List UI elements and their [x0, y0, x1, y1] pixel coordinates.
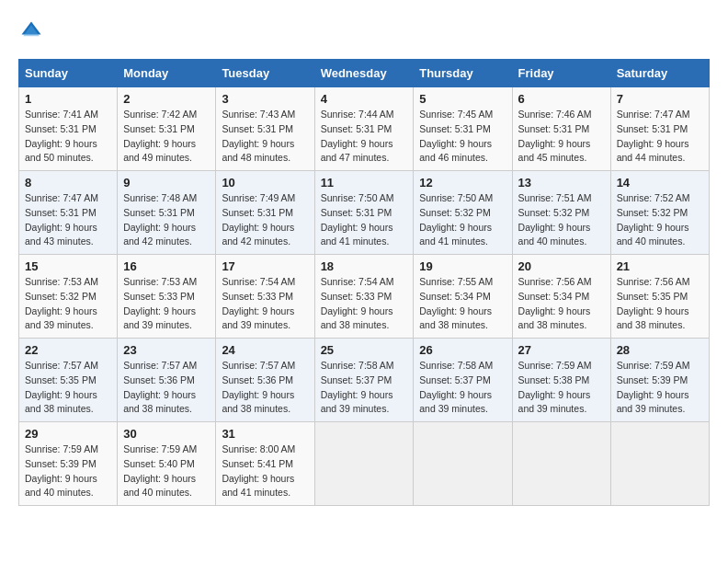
- day-number: 14: [617, 176, 703, 190]
- day-detail: Sunrise: 7:59 AMSunset: 5:38 PMDaylight:…: [518, 359, 605, 417]
- day-number: 23: [123, 343, 210, 357]
- calendar-cell: 30Sunrise: 7:59 AMSunset: 5:40 PMDayligh…: [118, 422, 216, 506]
- week-row-1: 1Sunrise: 7:41 AMSunset: 5:31 PMDaylight…: [19, 87, 710, 171]
- calendar-cell: 6Sunrise: 7:46 AMSunset: 5:31 PMDaylight…: [512, 87, 610, 171]
- day-detail: Sunrise: 7:48 AMSunset: 5:31 PMDaylight:…: [123, 191, 210, 249]
- day-detail: Sunrise: 7:46 AMSunset: 5:31 PMDaylight:…: [518, 108, 605, 166]
- logo-icon: [18, 18, 44, 44]
- day-detail: Sunrise: 7:54 AMSunset: 5:33 PMDaylight:…: [222, 275, 308, 333]
- weekday-header-wednesday: Wednesday: [314, 60, 414, 87]
- calendar-cell: 5Sunrise: 7:45 AMSunset: 5:31 PMDaylight…: [414, 87, 512, 171]
- calendar-cell: 19Sunrise: 7:55 AMSunset: 5:34 PMDayligh…: [414, 255, 512, 339]
- day-detail: Sunrise: 7:53 AMSunset: 5:32 PMDaylight:…: [25, 275, 111, 333]
- day-detail: Sunrise: 7:55 AMSunset: 5:34 PMDaylight:…: [419, 275, 506, 333]
- day-number: 31: [222, 427, 308, 441]
- day-number: 2: [123, 92, 210, 106]
- day-detail: Sunrise: 7:47 AMSunset: 5:31 PMDaylight:…: [617, 108, 703, 166]
- day-number: 1: [25, 92, 111, 106]
- day-detail: Sunrise: 7:58 AMSunset: 5:37 PMDaylight:…: [419, 359, 506, 417]
- day-number: 22: [25, 343, 111, 357]
- calendar-cell: 23Sunrise: 7:57 AMSunset: 5:36 PMDayligh…: [118, 339, 216, 422]
- day-number: 9: [123, 176, 210, 190]
- day-detail: Sunrise: 7:57 AMSunset: 5:35 PMDaylight:…: [25, 359, 111, 417]
- day-number: 28: [617, 343, 703, 357]
- calendar-cell: 7Sunrise: 7:47 AMSunset: 5:31 PMDaylight…: [610, 87, 709, 171]
- day-detail: Sunrise: 7:45 AMSunset: 5:31 PMDaylight:…: [419, 108, 506, 166]
- day-detail: Sunrise: 7:59 AMSunset: 5:39 PMDaylight:…: [25, 442, 111, 500]
- calendar-cell: 9Sunrise: 7:48 AMSunset: 5:31 PMDaylight…: [118, 171, 216, 255]
- weekday-header-sunday: Sunday: [19, 60, 118, 87]
- calendar-cell: 21Sunrise: 7:56 AMSunset: 5:35 PMDayligh…: [610, 255, 709, 339]
- calendar-cell: [414, 422, 512, 506]
- day-detail: Sunrise: 8:00 AMSunset: 5:41 PMDaylight:…: [222, 442, 308, 500]
- day-number: 17: [222, 259, 308, 273]
- week-row-4: 22Sunrise: 7:57 AMSunset: 5:35 PMDayligh…: [19, 339, 710, 422]
- calendar-cell: 15Sunrise: 7:53 AMSunset: 5:32 PMDayligh…: [19, 255, 118, 339]
- calendar-cell: 11Sunrise: 7:50 AMSunset: 5:31 PMDayligh…: [314, 171, 414, 255]
- weekday-header-row: SundayMondayTuesdayWednesdayThursdayFrid…: [19, 60, 710, 87]
- calendar-cell: 2Sunrise: 7:42 AMSunset: 5:31 PMDaylight…: [118, 87, 216, 171]
- logo: [18, 18, 48, 44]
- day-detail: Sunrise: 7:59 AMSunset: 5:40 PMDaylight:…: [123, 442, 210, 500]
- calendar-cell: 27Sunrise: 7:59 AMSunset: 5:38 PMDayligh…: [512, 339, 610, 422]
- weekday-header-tuesday: Tuesday: [216, 60, 314, 87]
- day-detail: Sunrise: 7:54 AMSunset: 5:33 PMDaylight:…: [321, 275, 408, 333]
- calendar-cell: [512, 422, 610, 506]
- page-header: [18, 18, 710, 44]
- calendar-cell: 4Sunrise: 7:44 AMSunset: 5:31 PMDaylight…: [314, 87, 414, 171]
- day-number: 25: [321, 343, 408, 357]
- day-detail: Sunrise: 7:42 AMSunset: 5:31 PMDaylight:…: [123, 108, 210, 166]
- calendar-cell: 10Sunrise: 7:49 AMSunset: 5:31 PMDayligh…: [216, 171, 314, 255]
- weekday-header-friday: Friday: [512, 60, 610, 87]
- weekday-header-thursday: Thursday: [414, 60, 512, 87]
- day-number: 16: [123, 259, 210, 273]
- week-row-2: 8Sunrise: 7:47 AMSunset: 5:31 PMDaylight…: [19, 171, 710, 255]
- calendar-cell: 3Sunrise: 7:43 AMSunset: 5:31 PMDaylight…: [216, 87, 314, 171]
- day-detail: Sunrise: 7:56 AMSunset: 5:35 PMDaylight:…: [617, 275, 703, 333]
- day-number: 27: [518, 343, 605, 357]
- calendar-cell: 17Sunrise: 7:54 AMSunset: 5:33 PMDayligh…: [216, 255, 314, 339]
- day-detail: Sunrise: 7:53 AMSunset: 5:33 PMDaylight:…: [123, 275, 210, 333]
- day-number: 19: [419, 259, 506, 273]
- day-number: 20: [518, 259, 605, 273]
- day-number: 30: [123, 427, 210, 441]
- calendar-cell: 24Sunrise: 7:57 AMSunset: 5:36 PMDayligh…: [216, 339, 314, 422]
- calendar-cell: 13Sunrise: 7:51 AMSunset: 5:32 PMDayligh…: [512, 171, 610, 255]
- day-detail: Sunrise: 7:52 AMSunset: 5:32 PMDaylight:…: [617, 191, 703, 249]
- day-number: 5: [419, 92, 506, 106]
- day-number: 12: [419, 176, 506, 190]
- calendar-cell: [314, 422, 414, 506]
- calendar-cell: 1Sunrise: 7:41 AMSunset: 5:31 PMDaylight…: [19, 87, 118, 171]
- day-number: 7: [617, 92, 703, 106]
- day-number: 8: [25, 176, 111, 190]
- day-detail: Sunrise: 7:51 AMSunset: 5:32 PMDaylight:…: [518, 191, 605, 249]
- day-number: 21: [617, 259, 703, 273]
- day-detail: Sunrise: 7:57 AMSunset: 5:36 PMDaylight:…: [123, 359, 210, 417]
- weekday-header-saturday: Saturday: [610, 60, 709, 87]
- day-detail: Sunrise: 7:59 AMSunset: 5:39 PMDaylight:…: [617, 359, 703, 417]
- day-detail: Sunrise: 7:56 AMSunset: 5:34 PMDaylight:…: [518, 275, 605, 333]
- calendar-cell: 26Sunrise: 7:58 AMSunset: 5:37 PMDayligh…: [414, 339, 512, 422]
- day-detail: Sunrise: 7:57 AMSunset: 5:36 PMDaylight:…: [222, 359, 308, 417]
- calendar-cell: 16Sunrise: 7:53 AMSunset: 5:33 PMDayligh…: [118, 255, 216, 339]
- day-number: 24: [222, 343, 308, 357]
- calendar-cell: 12Sunrise: 7:50 AMSunset: 5:32 PMDayligh…: [414, 171, 512, 255]
- day-number: 3: [222, 92, 308, 106]
- day-number: 11: [321, 176, 408, 190]
- day-number: 15: [25, 259, 111, 273]
- day-number: 29: [25, 427, 111, 441]
- week-row-5: 29Sunrise: 7:59 AMSunset: 5:39 PMDayligh…: [19, 422, 710, 506]
- day-detail: Sunrise: 7:43 AMSunset: 5:31 PMDaylight:…: [222, 108, 308, 166]
- day-detail: Sunrise: 7:58 AMSunset: 5:37 PMDaylight:…: [321, 359, 408, 417]
- day-number: 10: [222, 176, 308, 190]
- calendar-cell: 31Sunrise: 8:00 AMSunset: 5:41 PMDayligh…: [216, 422, 314, 506]
- calendar-cell: [610, 422, 709, 506]
- calendar-cell: 22Sunrise: 7:57 AMSunset: 5:35 PMDayligh…: [19, 339, 118, 422]
- day-detail: Sunrise: 7:44 AMSunset: 5:31 PMDaylight:…: [321, 108, 408, 166]
- calendar-cell: 29Sunrise: 7:59 AMSunset: 5:39 PMDayligh…: [19, 422, 118, 506]
- calendar-table: SundayMondayTuesdayWednesdayThursdayFrid…: [18, 59, 710, 506]
- day-number: 26: [419, 343, 506, 357]
- calendar-cell: 14Sunrise: 7:52 AMSunset: 5:32 PMDayligh…: [610, 171, 709, 255]
- calendar-cell: 20Sunrise: 7:56 AMSunset: 5:34 PMDayligh…: [512, 255, 610, 339]
- calendar-cell: 28Sunrise: 7:59 AMSunset: 5:39 PMDayligh…: [610, 339, 709, 422]
